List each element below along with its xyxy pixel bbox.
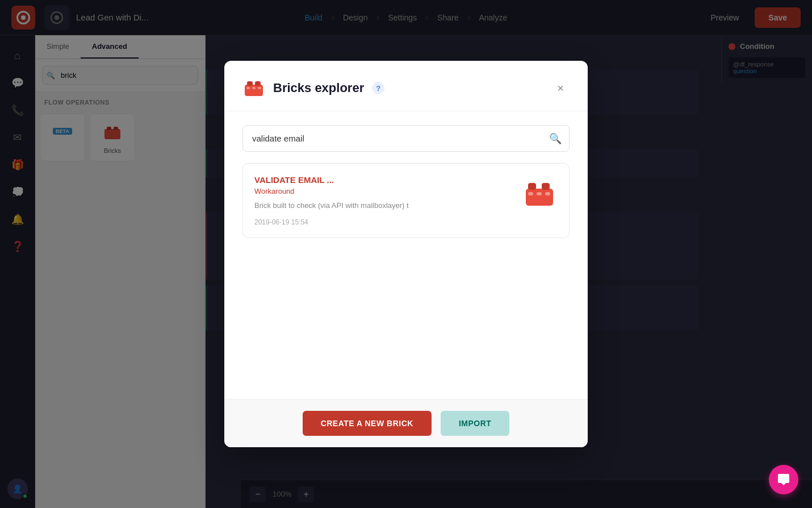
svg-rect-11 [526,189,553,206]
brick-card-desc-0: Brick built to check (via API with mailb… [254,200,512,211]
brick-card-0[interactable]: VALIDATE EMAIL ... Workaround Brick buil… [242,163,570,238]
svg-rect-7 [255,81,261,86]
chat-fab-button[interactable] [769,465,798,494]
svg-rect-8 [246,87,250,89]
modal-footer: CREATE A NEW BRICK IMPORT [224,399,588,447]
brick-card-title-0: VALIDATE EMAIL ... [254,175,512,185]
modal-header: Bricks explorer ? × [224,61,588,111]
brick-card-date-0: 2019-06-19 15:54 [254,218,512,226]
svg-rect-13 [542,183,550,190]
svg-rect-9 [252,87,256,89]
import-button[interactable]: IMPORT [441,411,509,436]
brick-card-content-0: VALIDATE EMAIL ... Workaround Brick buil… [254,175,512,226]
modal-body: 🔍 VALIDATE EMAIL ... Workaround Brick bu… [224,111,588,399]
svg-rect-6 [247,81,253,86]
modal-search-input[interactable] [242,125,570,152]
svg-rect-16 [545,192,550,195]
modal-close-button[interactable]: × [551,79,570,97]
brick-card-img-0 [521,175,558,211]
modal-search-icon: 🔍 [549,132,562,145]
modal-help-button[interactable]: ? [372,82,384,94]
bricks-explorer-modal: Bricks explorer ? × 🔍 VALIDATE EMAIL ...… [224,61,588,447]
svg-rect-15 [537,192,542,195]
modal-title: Bricks explorer [273,81,364,95]
modal-overlay[interactable]: Bricks explorer ? × 🔍 VALIDATE EMAIL ...… [0,0,812,508]
brick-results: VALIDATE EMAIL ... Workaround Brick buil… [242,163,570,238]
svg-rect-12 [528,183,536,190]
modal-search-wrap: 🔍 [242,125,570,152]
modal-brick-icon [242,77,265,99]
svg-rect-10 [258,87,261,89]
svg-rect-14 [528,192,533,195]
create-new-brick-button[interactable]: CREATE A NEW BRICK [303,411,432,436]
svg-rect-5 [245,85,263,96]
brick-card-subtitle-0: Workaround [254,187,512,195]
